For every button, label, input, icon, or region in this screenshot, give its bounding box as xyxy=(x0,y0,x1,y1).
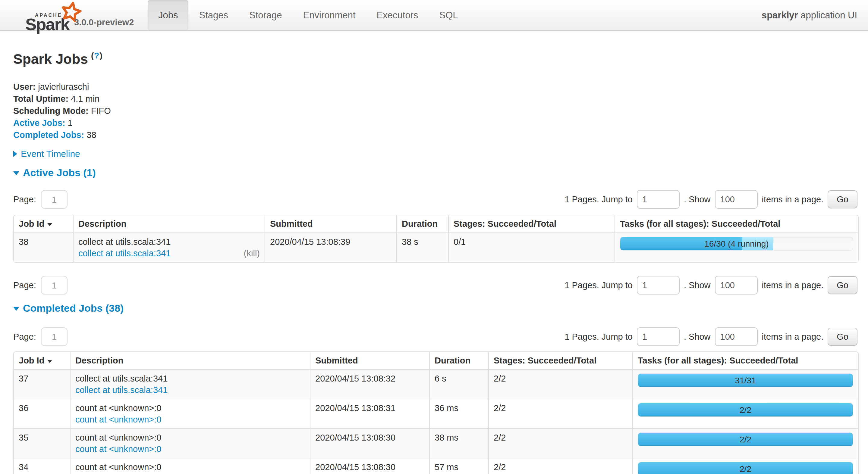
column-header-stages-succeeded-total[interactable]: Stages: Succeeded/Total xyxy=(448,215,615,233)
column-header-duration[interactable]: Duration xyxy=(429,352,488,369)
summary-user: User: javierluraschi xyxy=(13,81,858,93)
active-jobs-section-header[interactable]: Active Jobs (1) xyxy=(13,167,858,178)
page-label: Page: xyxy=(13,280,36,290)
jump-to-page-input[interactable] xyxy=(637,190,680,209)
task-progress-bar: 2/2 xyxy=(638,403,853,417)
job-id-cell: 38 xyxy=(14,233,73,262)
job-description-text: count at <unknown>:0 xyxy=(75,402,305,414)
column-header-duration[interactable]: Duration xyxy=(396,215,448,233)
description-cell: count at <unknown>:0count at <unknown>:0 xyxy=(70,399,310,428)
items-per-page-input[interactable] xyxy=(715,276,758,295)
pages-count-text: 1 Pages. Jump to xyxy=(564,195,632,204)
column-header-job-id[interactable]: Job Id xyxy=(14,352,70,369)
task-progress-bar: 16/30 (4 running) xyxy=(620,237,853,250)
job-description-text: collect at utils.scala:341 xyxy=(79,236,260,247)
description-cell: collect at utils.scala:341collect at uti… xyxy=(70,369,310,399)
job-row-36: 36count at <unknown>:0count at <unknown>… xyxy=(14,399,858,428)
nav-tab-sql[interactable]: SQL xyxy=(429,0,468,30)
active-jobs-pagination-bottom: Page: 1 1 Pages. Jump to . Show items in… xyxy=(13,276,858,295)
jump-to-page-input[interactable] xyxy=(637,276,680,295)
page-title: Spark Jobs(?) xyxy=(13,48,858,67)
task-progress-bar: 2/2 xyxy=(638,433,853,446)
duration-cell: 36 ms xyxy=(429,399,488,428)
page-number-button[interactable]: 1 xyxy=(41,276,67,295)
duration-cell: 38 ms xyxy=(429,428,488,458)
nav-tab-executors[interactable]: Executors xyxy=(366,0,429,30)
nav-tab-storage[interactable]: Storage xyxy=(239,0,293,30)
items-per-page-text: items in a page. xyxy=(762,280,824,290)
stages-cell: 2/2 xyxy=(488,399,632,428)
column-header-tasks-for-all-stages-succeeded-total[interactable]: Tasks (for all stages): Succeeded/Total xyxy=(632,352,858,369)
completed-jobs-table: Job IdDescriptionSubmittedDurationStages… xyxy=(13,351,859,474)
top-navbar: APACHE Spark 3.0.0-preview2 JobsStagesSt… xyxy=(0,0,868,31)
column-header-description[interactable]: Description xyxy=(70,352,310,369)
nav-tab-stages[interactable]: Stages xyxy=(188,0,239,30)
job-description-link[interactable]: count at <unknown>:0 xyxy=(75,473,161,474)
collapse-arrow-icon xyxy=(13,307,19,311)
column-header-stages-succeeded-total[interactable]: Stages: Succeeded/Total xyxy=(488,352,632,369)
column-header-submitted[interactable]: Submitted xyxy=(265,215,396,233)
completed-jobs-section-header[interactable]: Completed Jobs (38) xyxy=(13,302,858,314)
nav-tab-jobs[interactable]: Jobs xyxy=(148,0,188,30)
go-button[interactable]: Go xyxy=(828,276,858,294)
help-icon[interactable]: (?) xyxy=(91,51,103,60)
page-label: Page: xyxy=(13,332,36,342)
job-description-link[interactable]: count at <unknown>:0 xyxy=(75,414,161,425)
duration-cell: 6 s xyxy=(429,369,488,399)
application-name: sparklyr xyxy=(762,10,798,21)
go-button[interactable]: Go xyxy=(828,328,858,346)
kill-link[interactable]: (kill) xyxy=(244,247,260,259)
submitted-cell: 2020/04/15 13:08:32 xyxy=(310,369,429,399)
show-text: . Show xyxy=(684,195,711,204)
submitted-cell: 2020/04/15 13:08:30 xyxy=(310,428,429,458)
show-text: . Show xyxy=(684,280,711,290)
active-jobs-link[interactable]: Active Jobs: xyxy=(13,118,65,128)
job-row-35: 35count at <unknown>:0count at <unknown>… xyxy=(14,428,858,458)
pages-count-text: 1 Pages. Jump to xyxy=(564,280,632,290)
expand-arrow-icon xyxy=(13,151,17,157)
items-per-page-text: items in a page. xyxy=(762,332,824,342)
job-summary-list: User: javierluraschi Total Uptime: 4.1 m… xyxy=(13,81,858,141)
page-title-text: Spark Jobs xyxy=(13,51,88,67)
job-description-link[interactable]: count at <unknown>:0 xyxy=(75,443,161,455)
application-title: sparklyr application UI xyxy=(762,0,857,30)
page-number-button[interactable]: 1 xyxy=(41,190,67,209)
nav-tabs: JobsStagesStorageEnvironmentExecutorsSQL xyxy=(148,0,468,31)
event-timeline-toggle[interactable]: Event Timeline xyxy=(13,149,858,159)
job-id-cell: 35 xyxy=(14,428,70,458)
job-id-cell: 36 xyxy=(14,399,70,428)
job-description-text: collect at utils.scala:341 xyxy=(75,373,305,384)
page-number-button[interactable]: 1 xyxy=(41,327,67,346)
progress-label: 31/31 xyxy=(638,374,853,387)
active-jobs-pagination-top: Page: 1 1 Pages. Jump to . Show items in… xyxy=(13,190,858,209)
tasks-cell: 16/30 (4 running) xyxy=(615,233,858,262)
column-header-tasks-for-all-stages-succeeded-total[interactable]: Tasks (for all stages): Succeeded/Total xyxy=(615,215,858,233)
submitted-cell: 2020/04/15 13:08:39 xyxy=(265,233,396,262)
job-description-link[interactable]: collect at utils.scala:341 xyxy=(75,384,167,396)
progress-label: 2/2 xyxy=(638,403,853,417)
items-per-page-input[interactable] xyxy=(715,327,758,346)
nav-tab-environment[interactable]: Environment xyxy=(293,0,366,30)
items-per-page-input[interactable] xyxy=(715,190,758,209)
stages-cell: 2/2 xyxy=(488,428,632,458)
job-row-37: 37collect at utils.scala:341collect at u… xyxy=(14,369,858,399)
column-header-submitted[interactable]: Submitted xyxy=(310,352,429,369)
stages-cell: 0/1 xyxy=(448,233,615,262)
completed-jobs-link[interactable]: Completed Jobs: xyxy=(13,130,84,140)
column-header-description[interactable]: Description xyxy=(73,215,265,233)
submitted-cell: 2020/04/15 13:08:31 xyxy=(310,399,429,428)
completed-jobs-pagination-top: Page: 1 1 Pages. Jump to . Show items in… xyxy=(13,327,858,346)
jump-to-page-input[interactable] xyxy=(637,327,680,346)
job-description-link[interactable]: collect at utils.scala:341 xyxy=(79,247,170,259)
show-text: . Show xyxy=(684,332,711,342)
items-per-page-text: items in a page. xyxy=(762,195,824,204)
summary-active-jobs: Active Jobs: 1 xyxy=(13,117,858,129)
collapse-arrow-icon xyxy=(13,171,19,175)
submitted-cell: 2020/04/15 13:08:30 xyxy=(310,458,429,474)
tasks-cell: 31/31 xyxy=(632,369,858,399)
column-header-job-id[interactable]: Job Id xyxy=(14,215,73,233)
go-button[interactable]: Go xyxy=(828,190,858,208)
summary-completed-jobs: Completed Jobs: 38 xyxy=(13,129,858,141)
job-row-34: 34count at <unknown>:0count at <unknown>… xyxy=(14,458,858,474)
tasks-cell: 2/2 xyxy=(632,399,858,428)
